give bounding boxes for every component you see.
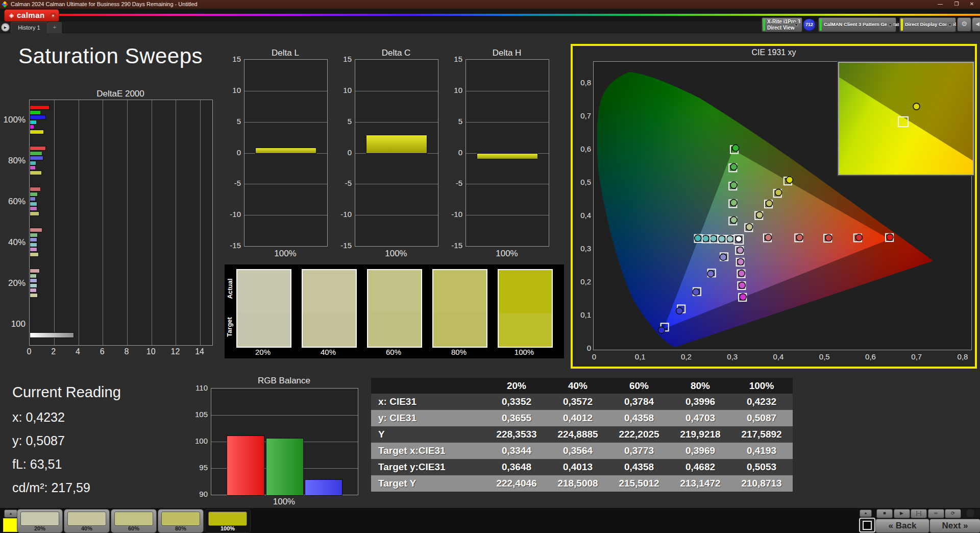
table-cell: 0,3655 — [486, 413, 547, 424]
patch-button-40%[interactable]: 40% — [64, 509, 110, 533]
patch-button-60%[interactable]: 60% — [111, 509, 157, 533]
delta_h-chart — [465, 59, 549, 247]
collapse-panel-button[interactable]: ◀ — [972, 17, 980, 32]
deltae2000-title: DeltaE 2000 — [29, 89, 212, 99]
table-cell: 0,3784 — [608, 396, 670, 407]
close-button[interactable]: ✕ — [965, 0, 979, 9]
table-cell: 0,4012 — [547, 413, 608, 424]
table-cell: 218,5008 — [547, 478, 608, 489]
cie-x-tick: 0 — [586, 352, 602, 361]
calman-diamond-icon: ◈ — [9, 12, 14, 18]
measured-marker — [738, 258, 744, 265]
patch-button-20%[interactable]: 20% — [17, 509, 63, 533]
tab-history-1[interactable]: History 1 — [11, 22, 47, 33]
calman-logo-label: calman — [17, 11, 45, 19]
rgb-bar-red — [227, 435, 264, 496]
bar-80%-0 — [30, 146, 46, 151]
delta_l-chart — [244, 59, 328, 247]
table-row: Target Y222,4046218,5008215,5012213,1472… — [371, 475, 793, 492]
cie1931-panel[interactable]: CIE 1931 xy 00,10,20,30,40,50,60,70,8 00… — [571, 44, 977, 369]
measured-marker — [730, 216, 737, 223]
bar-40%-2 — [30, 237, 37, 242]
table-cell: 0,4358 — [608, 462, 670, 473]
play-icon: ▶ — [900, 511, 903, 516]
stop-button[interactable]: ■ — [876, 509, 893, 518]
deltae-group-label: 60% — [0, 197, 26, 207]
chevron-down-icon: ▼ — [946, 22, 953, 28]
y-tick: 0 — [444, 148, 462, 157]
deltae-group-label: 100% — [0, 115, 26, 125]
expand-patches-button[interactable]: ▲ — [4, 510, 17, 518]
gridline — [466, 215, 549, 215]
y-tick: 0 — [333, 148, 352, 157]
calman-logo-button[interactable]: ◈ calman ▾ — [4, 9, 59, 22]
measured-marker — [676, 307, 683, 314]
continuous-icon: ∞ — [934, 511, 937, 516]
deltae-group-label: 100 — [0, 319, 26, 329]
patch-button-80%[interactable]: 80% — [158, 509, 204, 533]
delta_c-bar — [366, 135, 427, 154]
meter-status-stripe — [763, 19, 765, 31]
gridline — [127, 100, 128, 345]
delta_l-bar — [255, 148, 316, 154]
bar-100%-4 — [30, 125, 34, 129]
next-button[interactable]: Next » — [929, 519, 980, 533]
table-row: x: CIE310,33520,35720,37840,39960,4232 — [371, 394, 793, 410]
measured-marker — [730, 200, 737, 206]
rgb-bar-green — [266, 438, 304, 496]
reading-cdm2: cd/m²: 217,59 — [12, 480, 121, 495]
cie1931-title: CIE 1931 xy — [573, 48, 975, 57]
measured-marker — [765, 234, 772, 241]
stop-measure-button[interactable] — [859, 518, 875, 532]
deltae-group-label: 80% — [0, 156, 26, 166]
swatch-80% — [432, 269, 487, 348]
back-button[interactable]: « Back — [875, 519, 929, 533]
bar-80%-1 — [30, 151, 42, 156]
rgb-y-tick: 105 — [189, 410, 208, 419]
y-tick: 5 — [223, 117, 241, 126]
bar-60%-5 — [30, 211, 39, 216]
expand-transport-button[interactable]: ▲ — [860, 510, 872, 517]
display-control-dropdown[interactable]: Direct Display Control ▼ — [899, 17, 956, 32]
reading-fl: fL: 63,51 — [12, 457, 121, 472]
bar-20%-3 — [30, 283, 37, 288]
tab-scroll-button[interactable]: ▶ — [1, 23, 10, 32]
pattern-source-dropdown[interactable]: CalMAN Client 3 Pattern Generator ▼ — [818, 17, 896, 32]
bar-40%-0 — [30, 228, 42, 232]
play-button[interactable]: ▶ — [894, 509, 910, 518]
y-tick: 0 — [223, 148, 241, 157]
gridline — [200, 100, 201, 345]
x-cat-label: 100% — [355, 249, 437, 259]
meter-count-badge[interactable]: 712 — [803, 18, 816, 31]
patch-button-100%[interactable]: 100% — [205, 509, 251, 533]
measured-marker — [732, 144, 739, 151]
gridline — [152, 100, 152, 345]
bar-20%-0 — [30, 269, 40, 273]
bottom-bar: ▲ 20%40%60%80%100% ▲ ■▶[–]∞⟳ « Back Next… — [0, 508, 980, 533]
table-header-row: 20%40%60%80%100% — [371, 378, 793, 394]
bar-60%-2 — [30, 197, 36, 201]
add-tab-button[interactable]: + — [47, 22, 62, 33]
refresh-button[interactable]: ⟳ — [945, 509, 961, 518]
rainbow-divider — [59, 14, 980, 16]
cie-zoom-inset — [838, 62, 974, 175]
measured-marker — [710, 235, 717, 242]
rgb-y-tick: 110 — [189, 383, 208, 392]
page-title: Saturation Sweeps — [18, 44, 203, 68]
chevron-down-icon: ▼ — [887, 22, 894, 28]
maximize-button[interactable]: ❐ — [949, 0, 964, 9]
meter-dropdown[interactable]: X-Rite i1Pro 3 Direct View ▼ — [762, 17, 802, 32]
delta_h-bar — [477, 153, 538, 159]
minimize-button[interactable]: — — [933, 0, 947, 9]
y-tick: -5 — [333, 179, 352, 187]
step-button[interactable]: [–] — [911, 509, 927, 518]
source-status-stripe — [820, 19, 822, 31]
patch-color — [161, 512, 200, 526]
table-row-label: Y — [371, 429, 486, 440]
settings-button[interactable]: ⚙ — [957, 17, 971, 32]
y-tick: 15 — [223, 55, 241, 63]
measured-marker — [775, 189, 782, 196]
table-row-label: Target y:CIE31 — [371, 462, 486, 473]
table-cell: 210,8713 — [731, 478, 792, 489]
continuous-button[interactable]: ∞ — [928, 509, 944, 518]
